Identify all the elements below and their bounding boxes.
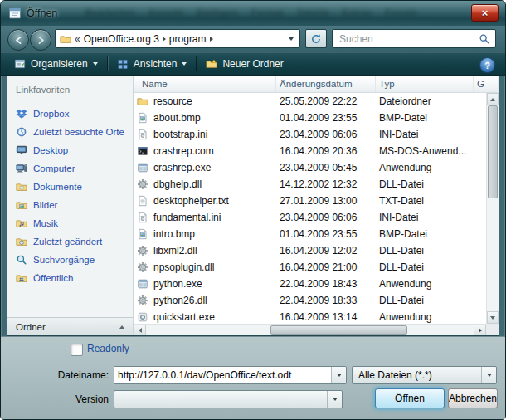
file-row[interactable]: dbghelp.dll 14.12.2002 12:32 DLL-Datei [134, 176, 486, 193]
back-button[interactable] [7, 29, 29, 51]
sidebar-item[interactable]: Dropbox [7, 105, 133, 123]
column-header-type[interactable]: Typ [376, 76, 474, 92]
file-row[interactable]: quickstart.exe 16.04.2009 13:14 Anwendun… [134, 309, 486, 324]
file-type: TXT-Datei [376, 195, 474, 207]
recent-places-icon [16, 126, 27, 138]
breadcrumb-separator-icon[interactable] [163, 37, 166, 42]
version-dropdown-button[interactable] [327, 391, 342, 408]
glass-word: Format [251, 7, 284, 21]
breadcrumb-item-openoffice[interactable]: OpenOffice.org 3 [84, 33, 159, 45]
readonly-checkbox[interactable] [71, 344, 83, 356]
breadcrumb-separator-icon[interactable] [210, 37, 213, 42]
breadcrumb-history-button[interactable] [289, 37, 294, 41]
organize-button[interactable]: Organisieren [7, 55, 105, 73]
folders-bar[interactable]: Ordner [7, 317, 133, 335]
new-folder-icon [206, 58, 217, 70]
ini-icon [137, 129, 148, 140]
file-row[interactable]: libxml2.dll 16.04.2009 12:02 DLL-Datei [134, 242, 486, 259]
new-folder-button[interactable]: Neuer Ordner [199, 55, 289, 73]
file-row[interactable]: npsoplugin.dll 16.04.2009 21:00 DLL-Date… [134, 259, 486, 276]
searches-icon [16, 254, 27, 266]
search-input[interactable] [338, 32, 479, 46]
sidebar-item-label: Öffentlich [33, 273, 73, 283]
glass-word: Fenster [385, 7, 417, 21]
scroll-up-button[interactable] [487, 93, 499, 105]
horizontal-scroll-thumb[interactable] [270, 325, 407, 335]
scroll-left-button[interactable] [134, 325, 146, 335]
sidebar-item[interactable]: Zuletzt besuchte Orte [7, 123, 133, 141]
list-header: Name Änderungsdatum Typ G [134, 76, 499, 93]
scroll-right-button[interactable] [474, 325, 486, 335]
file-row[interactable]: fundamental.ini 23.04.2009 06:06 INI-Dat… [134, 209, 486, 226]
readonly-label[interactable]: Readonly [87, 343, 129, 354]
folders-label: Ordner [16, 322, 46, 332]
column-header-name[interactable]: Name [134, 76, 276, 92]
close-button[interactable]: × [471, 4, 499, 22]
chevron-down-icon [93, 62, 98, 66]
breadcrumb[interactable]: « OpenOffice.org 3 program [55, 29, 300, 48]
help-button[interactable]: ? [479, 57, 495, 73]
sidebar-item[interactable]: Dokumente [7, 178, 133, 196]
forward-icon [36, 35, 46, 46]
file-type: Anwendung [376, 162, 474, 173]
sidebar-item[interactable]: Bilder [7, 196, 133, 214]
file-row[interactable]: python.exe 22.04.2009 18:43 Anwendung [134, 276, 486, 292]
file-name: resource [153, 95, 192, 107]
sidebar-item[interactable]: Musik [7, 214, 133, 232]
file-name: libxml2.dll [153, 245, 197, 256]
file-row[interactable]: resource 25.05.2009 22:22 Dateiordner [134, 93, 486, 110]
file-date: 23.04.2009 06:06 [276, 129, 376, 140]
filetype-dropdown-button[interactable] [481, 367, 496, 383]
exe-icon [137, 278, 148, 290]
filename-dropdown-button[interactable] [331, 367, 346, 383]
sidebar-item[interactable]: Desktop [7, 141, 133, 159]
filetype-value: Alle Dateien (*.*) [353, 369, 432, 381]
dropbox-icon [16, 108, 27, 120]
file-row[interactable]: intro.bmp 01.04.2009 23:55 BMP-Datei [134, 226, 486, 242]
horizontal-scrollbar[interactable] [134, 324, 486, 335]
file-row[interactable]: bootstrap.ini 23.04.2009 06:06 INI-Datei [134, 126, 486, 143]
file-type: INI-Datei [376, 212, 474, 223]
column-header-size[interactable]: G [474, 76, 499, 92]
breadcrumb-item-program[interactable]: program [169, 33, 207, 45]
views-button[interactable]: Ansichten [110, 55, 194, 73]
column-header-date[interactable]: Änderungsdatum [276, 76, 376, 92]
vertical-scrollbar[interactable] [486, 93, 499, 324]
open-dialog: Öffnen BearbeitenAnsichtEinfügenFormatTa… [0, 0, 506, 420]
scroll-down-button[interactable] [487, 311, 499, 324]
file-row[interactable]: python26.dll 22.04.2009 18:33 DLL-Datei [134, 292, 486, 309]
refresh-icon [310, 33, 322, 45]
file-date: 16.04.2009 21:00 [276, 261, 376, 273]
organize-icon [14, 58, 26, 70]
file-row[interactable]: crashrep.com 16.04.2009 20:36 MS-DOS-Anw… [134, 143, 486, 159]
filetype-dropdown[interactable]: Alle Dateien (*.*) [352, 366, 497, 384]
filename-input[interactable] [114, 367, 338, 383]
vertical-scroll-thumb[interactable] [488, 105, 498, 198]
file-name: crashrep.exe [153, 162, 211, 173]
file-row[interactable]: crashrep.exe 23.04.2009 05:45 Anwendung [134, 159, 486, 176]
sidebar-item[interactable]: Suchvorgänge [7, 251, 133, 269]
refresh-button[interactable] [305, 29, 327, 48]
sidebar: Linkfavoriten Dropbox Zuletzt besuchte O… [7, 76, 134, 335]
search-icon[interactable] [479, 33, 490, 45]
forward-button[interactable] [30, 29, 51, 51]
new-folder-label: Neuer Ordner [222, 58, 283, 70]
sidebar-item[interactable]: Computer [7, 159, 133, 178]
sidebar-item[interactable]: Öffentlich [7, 269, 133, 287]
search-box[interactable] [332, 29, 496, 48]
file-row[interactable]: desktophelper.txt 27.01.2009 13:00 TXT-D… [134, 193, 486, 209]
file-type: Anwendung [376, 311, 474, 323]
cancel-button[interactable]: Abbrechen [448, 388, 498, 408]
file-row[interactable]: about.bmp 01.04.2009 23:55 BMP-Datei [134, 110, 486, 126]
file-type: DLL-Datei [376, 178, 474, 190]
filename-combobox[interactable] [114, 366, 347, 384]
version-dropdown[interactable] [114, 390, 343, 408]
breadcrumb-overflow-button[interactable]: « [75, 33, 80, 45]
sidebar-item-label: Zuletzt besuchte Orte [33, 127, 124, 137]
chevron-down-icon [182, 62, 187, 66]
txt-icon [137, 195, 148, 207]
sidebar-item[interactable]: Zuletzt geändert [7, 232, 133, 251]
favorites-list: Dropbox Zuletzt besuchte Orte Desktop Co… [7, 105, 133, 287]
open-button[interactable]: Öffnen [375, 388, 445, 408]
file-date: 01.04.2009 23:55 [276, 112, 376, 124]
